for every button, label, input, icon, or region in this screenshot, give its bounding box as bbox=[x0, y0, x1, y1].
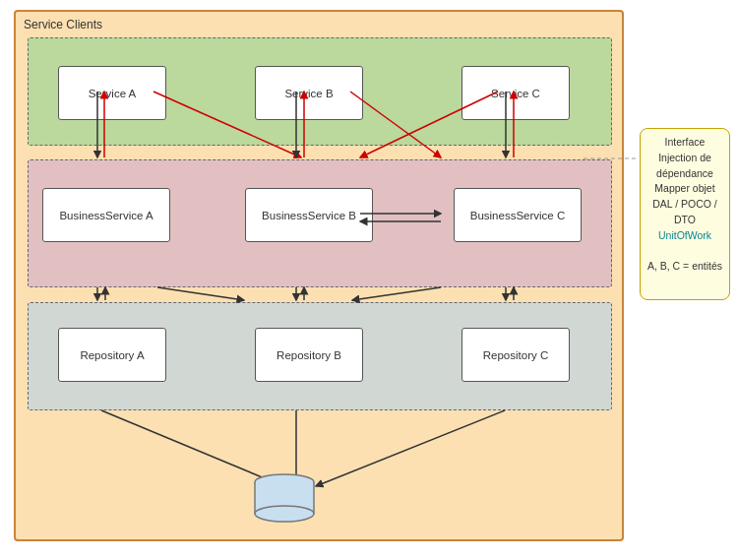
info-line-injection: Injection de dépendance bbox=[656, 152, 713, 179]
info-line-entities: A, B, C = entités bbox=[647, 260, 722, 272]
service-layer: Service A Service B Service C bbox=[28, 37, 612, 146]
info-line-mapper: Mapper objet DAL / POCO / DTO bbox=[652, 182, 717, 225]
service-c-box: Service C bbox=[461, 66, 570, 120]
businessservice-a-box: BusinessService A bbox=[42, 188, 170, 242]
database-cylinder bbox=[250, 472, 319, 522]
info-line-interface: Interface bbox=[665, 136, 706, 148]
service-b-box: Service B bbox=[255, 66, 363, 120]
repository-c-box: Repository C bbox=[461, 328, 570, 382]
main-container: Service Clients Service A Service B Serv… bbox=[14, 10, 624, 541]
svg-line-13 bbox=[157, 287, 244, 300]
businessservice-b-box: BusinessService B bbox=[245, 188, 373, 242]
svg-point-27 bbox=[255, 506, 314, 522]
svg-line-18 bbox=[352, 287, 441, 300]
info-box: Interface Injection de dépendance Mapper… bbox=[640, 128, 730, 300]
info-line-uow: UnitOfWork bbox=[658, 229, 711, 241]
business-layer: BusinessService A BusinessService B Busi… bbox=[28, 159, 612, 287]
service-a-box: Service A bbox=[58, 66, 166, 120]
businessservice-c-box: BusinessService C bbox=[454, 188, 582, 242]
svg-line-21 bbox=[316, 410, 505, 486]
database-icon bbox=[250, 472, 319, 527]
repo-layer: Repository A Repository B Repository C bbox=[28, 302, 612, 410]
main-label: Service Clients bbox=[24, 18, 102, 31]
repository-a-box: Repository A bbox=[58, 328, 166, 382]
repository-b-box: Repository B bbox=[255, 328, 363, 382]
